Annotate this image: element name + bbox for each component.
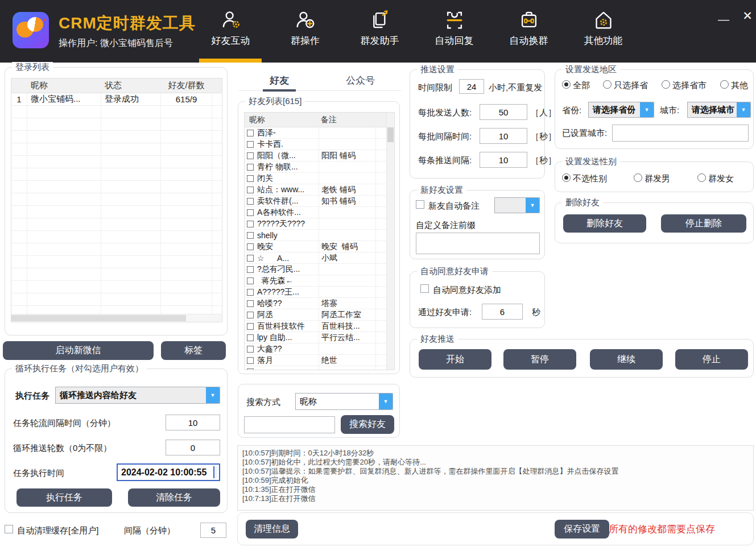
- auto-clear-cache-checkbox[interactable]: [5, 525, 13, 533]
- auto-remark-checkbox[interactable]: [416, 200, 424, 209]
- login-row-empty[interactable]: [11, 243, 222, 256]
- friend-row[interactable]: 卡卡西.: [245, 139, 394, 150]
- chevron-down-icon[interactable]: ▼: [206, 387, 220, 403]
- login-row-empty[interactable]: [11, 256, 222, 268]
- friend-checkbox[interactable]: [247, 175, 254, 182]
- time-limit-input[interactable]: 24: [459, 79, 484, 94]
- login-horizontal-scrollbar[interactable]: [11, 314, 222, 322]
- nav-group-operation[interactable]: 群操作: [268, 0, 342, 63]
- cache-interval-input[interactable]: 5: [200, 523, 226, 538]
- friend-checkbox[interactable]: [247, 357, 254, 364]
- push-stop-button[interactable]: 停止: [675, 349, 748, 370]
- friend-row[interactable]: A各种软件...: [245, 207, 394, 218]
- region-radio-other[interactable]: [720, 80, 729, 89]
- friend-checkbox[interactable]: [247, 152, 254, 159]
- friend-checkbox[interactable]: [247, 141, 254, 148]
- friend-checkbox[interactable]: [247, 266, 254, 273]
- close-button[interactable]: ✕: [740, 10, 755, 22]
- login-row-empty[interactable]: [11, 293, 222, 306]
- push-pause-button[interactable]: 暂停: [503, 349, 576, 370]
- chevron-down-icon[interactable]: ▼: [379, 394, 393, 409]
- friend-checkbox[interactable]: [247, 187, 254, 193]
- log-area[interactable]: [10:0:57]到期时间：0天12小时18分32秒[10:0:57]初始化中，…: [237, 445, 754, 511]
- tab-official-accounts[interactable]: 公众号: [320, 71, 402, 90]
- friend-row[interactable]: 站点：www...老铁 铺码: [245, 184, 394, 196]
- search-mode-select[interactable]: 昵称 ▼: [295, 393, 393, 410]
- search-input[interactable]: [244, 416, 335, 433]
- city-select[interactable]: 请选择城市 ▼: [687, 102, 751, 118]
- friend-checkbox[interactable]: [247, 312, 254, 318]
- save-settings-button[interactable]: 保存设置: [555, 520, 609, 539]
- friend-row[interactable]: 晚安晚安 铺码: [245, 241, 394, 252]
- batch-interval-input[interactable]: 10: [480, 128, 527, 144]
- rounds-input[interactable]: 0: [166, 440, 220, 455]
- auto-agree-checkbox[interactable]: [420, 284, 429, 293]
- clear-info-button[interactable]: 清理信息: [246, 520, 298, 539]
- friend-row[interactable]: 青柠 物联...: [245, 161, 394, 173]
- friend-row[interactable]: 闭关: [245, 173, 394, 184]
- search-friend-button[interactable]: 搜索好友: [341, 415, 394, 434]
- task-select[interactable]: 循环推送内容给好友 ▼: [55, 387, 220, 404]
- friend-row[interactable]: 西泽-: [245, 127, 394, 139]
- scrollbar-thumb[interactable]: [387, 127, 394, 142]
- friend-checkbox[interactable]: [247, 323, 254, 330]
- nav-auto-change-group[interactable]: 自动换群: [491, 0, 566, 63]
- login-row-empty[interactable]: [11, 143, 222, 156]
- start-new-wechat-button[interactable]: 启动新微信: [3, 341, 154, 360]
- friend-row[interactable]: 卖软件群(...知书 铺码: [245, 196, 394, 207]
- auto-remark-select[interactable]: ▼: [494, 197, 540, 213]
- set-city-input[interactable]: [612, 125, 749, 142]
- friend-checkbox[interactable]: [247, 368, 254, 371]
- gender-radio-male[interactable]: [634, 173, 642, 182]
- delete-friend-button[interactable]: 删除好友: [563, 214, 646, 233]
- msg-interval-input[interactable]: 10: [480, 152, 527, 168]
- region-radio-province-only[interactable]: [603, 80, 612, 89]
- exec-time-input[interactable]: 2024-02-02 10:00:55: [117, 463, 220, 481]
- friend-row[interactable]: ?总有刁民...: [245, 264, 394, 275]
- push-start-button[interactable]: 开始: [419, 349, 491, 370]
- run-task-button[interactable]: 执行任务: [16, 488, 112, 507]
- friend-checkbox[interactable]: [247, 164, 254, 171]
- chevron-down-icon[interactable]: ▼: [640, 102, 654, 117]
- friend-checkbox[interactable]: [247, 198, 254, 205]
- login-row-empty[interactable]: [11, 168, 222, 181]
- prefix-input[interactable]: [416, 233, 540, 254]
- friend-checkbox[interactable]: [247, 346, 254, 353]
- friend-row[interactable]: A?????王...: [245, 287, 394, 298]
- province-select[interactable]: 请选择省份 ▼: [588, 102, 654, 118]
- login-row-empty[interactable]: [11, 118, 222, 131]
- login-row-empty[interactable]: [11, 156, 222, 168]
- login-row-empty[interactable]: [11, 193, 222, 206]
- interval-input[interactable]: 10: [166, 415, 220, 430]
- friend-row[interactable]: 百世科技软件百世科技...: [245, 321, 394, 332]
- nav-auto-reply[interactable]: 自动回复: [417, 0, 491, 63]
- friend-row[interactable]: ☆ A...小斌: [245, 252, 394, 264]
- login-row[interactable]: 1 微小宝铺码... 登录成功 615/9: [11, 93, 222, 106]
- clear-task-button[interactable]: 清除任务: [128, 488, 220, 507]
- friend-row[interactable]: 阿丞阿丞工作室: [245, 309, 394, 321]
- login-row-empty[interactable]: [11, 206, 222, 218]
- login-row-empty[interactable]: [11, 181, 222, 193]
- friend-row[interactable]: ?????天????: [245, 218, 394, 230]
- friend-checkbox[interactable]: [247, 255, 254, 262]
- nav-friend-interaction[interactable]: 好友互动: [193, 0, 268, 63]
- login-row-empty[interactable]: [11, 231, 222, 243]
- tag-button[interactable]: 标签: [161, 341, 226, 360]
- gender-radio-none[interactable]: [562, 173, 571, 182]
- friend-checkbox[interactable]: [247, 289, 254, 296]
- friend-row[interactable]: 阳阳（微...阳阳 铺码: [245, 150, 394, 161]
- push-continue-button[interactable]: 继续: [590, 349, 663, 370]
- friend-checkbox[interactable]: [247, 243, 254, 250]
- chevron-down-icon[interactable]: ▼: [737, 102, 750, 117]
- login-row-empty[interactable]: [11, 218, 222, 231]
- batch-count-input[interactable]: 50: [480, 104, 527, 120]
- friend-row[interactable]: 大鑫??: [245, 343, 394, 355]
- friend-checkbox[interactable]: [247, 209, 254, 216]
- friend-checkbox[interactable]: [247, 300, 254, 307]
- friend-checkbox[interactable]: [247, 130, 254, 136]
- region-radio-all[interactable]: [562, 80, 571, 89]
- friend-row[interactable]: 哈喽??塔寨: [245, 298, 394, 309]
- nav-mass-send-assistant[interactable]: 群发助手: [342, 0, 417, 63]
- friend-row[interactable]: [245, 366, 394, 370]
- friend-checkbox[interactable]: [247, 221, 254, 227]
